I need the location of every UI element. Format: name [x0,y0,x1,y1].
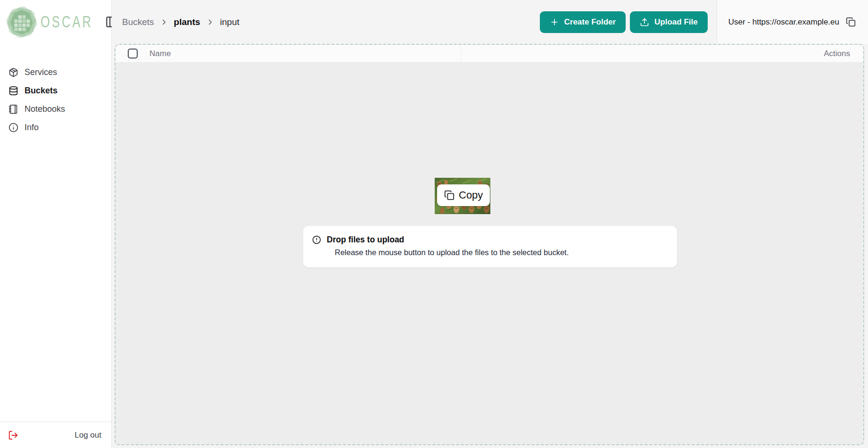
column-header-actions: Actions [824,49,863,58]
sidebar-item-label: Services [25,67,57,77]
drop-files-notification: Drop files to upload Release the mouse b… [303,226,677,267]
table-body: Copy Drop files to upload Release the mo… [116,63,863,444]
table-header: Name Actions [116,45,863,63]
sidebar-spacer [0,137,111,422]
select-all-cell [116,45,149,62]
user-endpoint-label: User - https://oscar.example.eu [728,17,839,27]
info-icon [8,123,18,133]
select-all-checkbox[interactable] [128,49,138,58]
app-root: OSCAR Services Buckets [0,0,868,448]
chevron-right-icon [206,18,215,26]
drag-copy-badge: Copy [437,184,490,206]
sidebar-item-services[interactable]: Services [8,63,104,82]
upload-icon [640,17,649,27]
notification-message: Release the mouse button to upload the f… [335,248,668,257]
upload-file-button[interactable]: Upload File [630,11,708,33]
sidebar-item-label: Buckets [25,86,58,96]
logout-label: Log out [74,431,101,440]
create-folder-button[interactable]: Create Folder [540,11,626,33]
copy-icon [444,190,455,200]
copy-endpoint-button[interactable] [845,16,857,28]
main-area: Buckets plants input Create Folder [112,0,868,448]
sidebar-item-info[interactable]: Info [8,118,104,137]
logo-row: OSCAR [0,0,111,41]
bucket-dropzone[interactable]: Name Actions [115,44,864,445]
sidebar-item-notebooks[interactable]: Notebooks [8,100,104,118]
logout-icon [8,430,18,440]
sidebar: OSCAR Services Buckets [0,0,112,448]
drag-ghost-thumbnail: Copy [435,178,490,214]
sidebar-item-buckets[interactable]: Buckets [8,82,104,100]
user-endpoint-section: User - https://oscar.example.eu [717,0,868,44]
upload-file-label: Upload File [654,17,698,27]
copy-icon [846,17,856,27]
oscar-logo [5,5,39,39]
sidebar-item-label: Notebooks [25,104,65,114]
content-area: Name Actions [112,44,868,448]
topbar: Buckets plants input Create Folder [112,0,868,44]
database-icon [8,86,18,96]
chevron-right-icon [160,18,168,26]
copy-badge-label: Copy [459,189,483,201]
sidebar-item-label: Info [25,123,39,133]
oscar-wordmark: OSCAR [41,12,93,31]
plus-icon [550,17,559,27]
package-icon [8,67,18,77]
notification-title: Drop files to upload [327,235,404,245]
breadcrumb-input: input [220,17,240,27]
sidebar-nav: Services Buckets Notebooks Info [0,63,111,137]
breadcrumb-plants[interactable]: plants [174,17,200,27]
column-header-name[interactable]: Name [149,45,461,62]
breadcrumb-buckets[interactable]: Buckets [122,17,154,27]
notebook-icon [8,104,18,114]
breadcrumb: Buckets plants input [112,17,540,27]
create-folder-label: Create Folder [564,17,616,27]
logout-button[interactable]: Log out [0,422,111,448]
alert-circle-icon [312,235,321,244]
